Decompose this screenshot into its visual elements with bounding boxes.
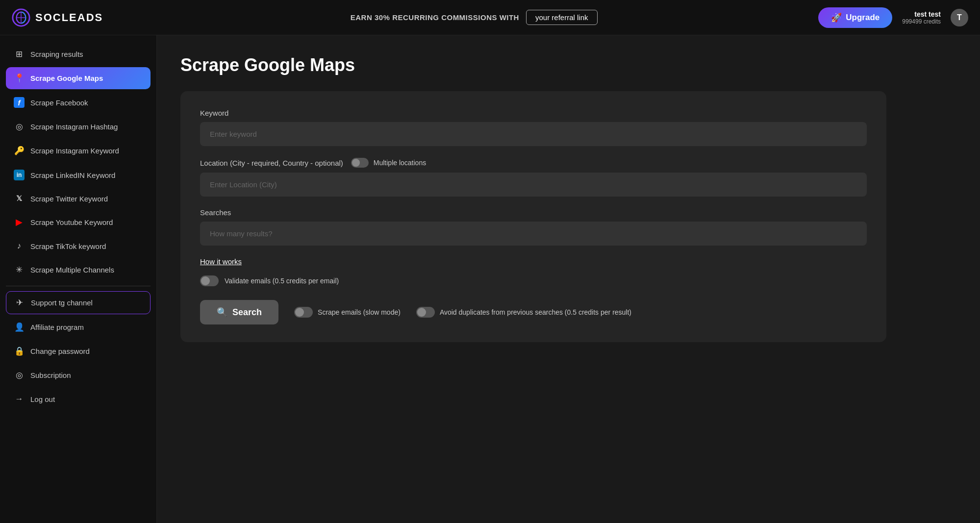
grid-icon: ⊞ [14, 49, 25, 59]
rocket-icon: 🚀 [831, 12, 842, 23]
linkedin-icon: in [14, 170, 25, 180]
form-card: Keyword Location (City - required, Count… [180, 91, 886, 342]
search-button[interactable]: 🔍 Search [200, 300, 278, 324]
sidebar-label-scrape-instagram-hashtag: Scrape Instagram Hashtag [30, 123, 118, 131]
sidebar-item-scrape-linkedin-keyword[interactable]: in Scrape LinkedIN Keyword [6, 164, 151, 186]
multiple-locations-toggle[interactable] [351, 158, 369, 168]
affiliate-icon: 👤 [14, 322, 25, 332]
sidebar-label-change-password: Change password [30, 347, 90, 355]
sidebar-label-support-tg-channel: Support tg channel [31, 299, 93, 307]
facebook-icon: f [14, 97, 25, 108]
logo-text: SOCLEADS [35, 11, 103, 24]
location-label: Location (City - required, Country - opt… [200, 158, 867, 168]
avatar[interactable]: T [951, 9, 968, 26]
sidebar-label-scrape-instagram-keyword: Scrape Instagram Keyword [30, 147, 119, 155]
header: SOCLEADS EARN 30% RECURRING COMMISSIONS … [0, 0, 980, 35]
sidebar-label-scrape-google-maps: Scrape Google Maps [30, 74, 103, 82]
searches-group: Searches [200, 208, 867, 246]
location-group: Location (City - required, Country - opt… [200, 158, 867, 197]
subscription-icon: ◎ [14, 370, 25, 380]
searches-label: Searches [200, 208, 867, 217]
map-pin-icon: 📍 [14, 73, 25, 83]
main-layout: ⊞ Scraping results 📍 Scrape Google Maps … [0, 35, 980, 523]
logout-icon: → [14, 394, 25, 404]
search-button-label: Search [232, 307, 262, 318]
user-credits: 999499 credits [902, 18, 941, 25]
user-name: test test [902, 10, 941, 18]
keyword-input[interactable] [200, 122, 867, 146]
sidebar-item-subscription[interactable]: ◎ Subscription [6, 364, 151, 386]
logo-icon [12, 8, 30, 27]
sidebar-label-log-out: Log out [30, 395, 55, 403]
sidebar-item-scraping-results[interactable]: ⊞ Scraping results [6, 43, 151, 65]
sidebar-label-scraping-results: Scraping results [30, 50, 83, 58]
sidebar-label-subscription: Subscription [30, 371, 71, 379]
sidebar-item-scrape-facebook[interactable]: f Scrape Facebook [6, 91, 151, 114]
sidebar-item-scrape-tiktok-keyword[interactable]: ♪ Scrape TikTok keyword [6, 235, 151, 257]
referral-link-button[interactable]: your referral link [526, 10, 598, 25]
sidebar-item-scrape-twitter-keyword[interactable]: 𝕏 Scrape Twitter Keyword [6, 188, 151, 209]
sidebar-item-scrape-instagram-keyword[interactable]: 🔑 Scrape Instagram Keyword [6, 140, 151, 162]
scrape-emails-label: Scrape emails (slow mode) [318, 308, 401, 316]
keyword-group: Keyword [200, 109, 867, 146]
validate-emails-label: Validate emails (0.5 credits per email) [225, 277, 339, 285]
sidebar-label-scrape-youtube-keyword: Scrape Youtube Keyword [30, 218, 113, 226]
keyword-label: Keyword [200, 109, 867, 117]
instagram-hashtag-icon: ◎ [14, 122, 25, 132]
sidebar-label-scrape-multiple-channels: Scrape Multiple Channels [30, 266, 114, 274]
page-title: Scrape Google Maps [180, 55, 956, 75]
youtube-icon: ▶ [14, 217, 25, 227]
sidebar-label-scrape-facebook: Scrape Facebook [30, 99, 88, 107]
sidebar-item-support-tg-channel[interactable]: ✈ Support tg channel [6, 291, 151, 314]
asterisk-icon: ✳ [14, 265, 25, 275]
sidebar-label-affiliate-program: Affiliate program [30, 323, 84, 331]
sidebar-item-scrape-google-maps[interactable]: 📍 Scrape Google Maps [6, 67, 151, 89]
lock-icon: 🔒 [14, 346, 25, 356]
sidebar-item-scrape-multiple-channels[interactable]: ✳ Scrape Multiple Channels [6, 259, 151, 281]
validate-emails-toggle[interactable] [200, 275, 219, 286]
telegram-icon: ✈ [14, 298, 25, 308]
sidebar-item-log-out[interactable]: → Log out [6, 388, 151, 410]
upgrade-label: Upgrade [846, 13, 879, 23]
sidebar-item-change-password[interactable]: 🔒 Change password [6, 340, 151, 362]
bottom-row: 🔍 Search Scrape emails (slow mode) Avoid… [200, 300, 867, 324]
header-right: 🚀 Upgrade test test 999499 credits T [818, 7, 968, 28]
validate-emails-row: Validate emails (0.5 credits per email) [200, 275, 867, 286]
main-content: Scrape Google Maps Keyword Location (Cit… [157, 35, 980, 523]
scrape-emails-option[interactable]: Scrape emails (slow mode) [294, 307, 401, 318]
user-info: test test 999499 credits [902, 10, 941, 25]
sidebar: ⊞ Scraping results 📍 Scrape Google Maps … [0, 35, 157, 523]
multiple-locations-label: Multiple locations [374, 159, 426, 167]
location-input[interactable] [200, 173, 867, 197]
avoid-duplicates-toggle[interactable] [416, 307, 435, 318]
sidebar-label-scrape-tiktok-keyword: Scrape TikTok keyword [30, 242, 106, 250]
twitter-x-icon: 𝕏 [14, 194, 25, 203]
avoid-duplicates-option[interactable]: Avoid duplicates from previous searches … [416, 307, 631, 318]
logo-area: SOCLEADS [12, 8, 129, 27]
scrape-emails-toggle[interactable] [294, 307, 313, 318]
tiktok-icon: ♪ [14, 241, 25, 251]
key-icon: 🔑 [14, 146, 25, 156]
sidebar-item-affiliate-program[interactable]: 👤 Affiliate program [6, 316, 151, 338]
sidebar-item-scrape-youtube-keyword[interactable]: ▶ Scrape Youtube Keyword [6, 211, 151, 233]
promo-text: EARN 30% RECURRING COMMISSIONS WITH [351, 13, 519, 22]
avoid-duplicates-label: Avoid duplicates from previous searches … [440, 308, 631, 316]
sidebar-divider [6, 286, 151, 286]
searches-input[interactable] [200, 222, 867, 246]
header-promo: EARN 30% RECURRING COMMISSIONS WITH your… [139, 10, 808, 25]
sidebar-label-scrape-twitter-keyword: Scrape Twitter Keyword [30, 195, 108, 203]
multiple-locations-toggle-group[interactable]: Multiple locations [351, 158, 426, 168]
upgrade-button[interactable]: 🚀 Upgrade [818, 7, 892, 28]
how-it-works-link[interactable]: How it works [200, 257, 242, 266]
search-icon: 🔍 [217, 307, 227, 318]
sidebar-item-scrape-instagram-hashtag[interactable]: ◎ Scrape Instagram Hashtag [6, 116, 151, 138]
sidebar-label-scrape-linkedin-keyword: Scrape LinkedIN Keyword [30, 171, 115, 179]
